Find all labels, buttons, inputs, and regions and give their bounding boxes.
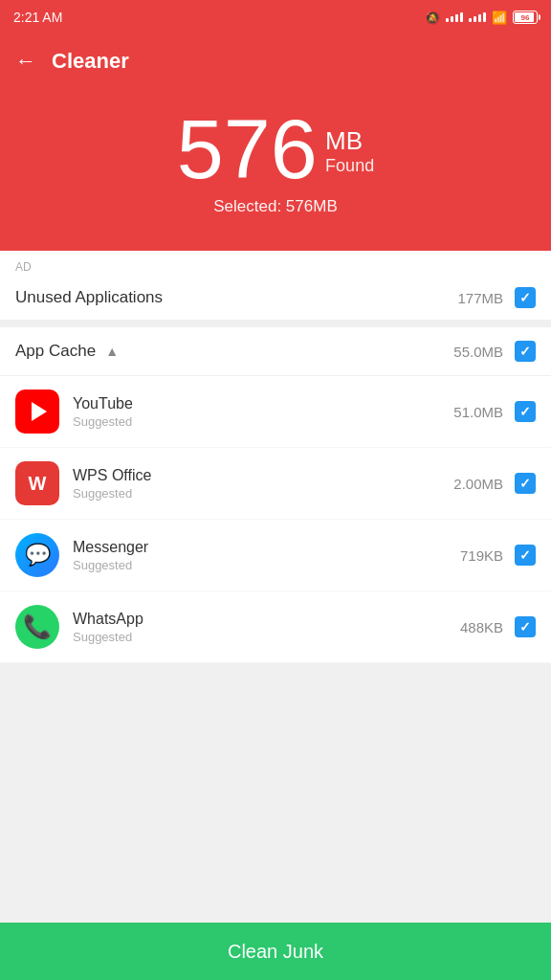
app-info-youtube: YouTube Suggested xyxy=(73,395,453,429)
hero-number: 576 xyxy=(177,107,318,191)
unused-apps-size: 177MB xyxy=(457,290,503,306)
list-item: 📞 WhatsApp Suggested 488KB xyxy=(0,591,551,663)
youtube-play-icon xyxy=(32,402,47,421)
hero-selected: Selected: 576MB xyxy=(0,197,551,216)
whatsapp-size: 488KB xyxy=(460,619,503,635)
status-icons: 🔕 📶 96 xyxy=(425,11,538,25)
app-suggested-messenger: Suggested xyxy=(73,558,460,572)
hero-unit: MB xyxy=(325,126,374,156)
status-time: 2:21 AM xyxy=(13,10,62,25)
app-cache-checkbox[interactable] xyxy=(515,341,536,362)
youtube-icon xyxy=(15,390,59,434)
list-item: YouTube Suggested 51.0MB xyxy=(0,376,551,448)
list-item: W WPS Office Suggested 2.00MB xyxy=(0,448,551,520)
app-cache-left: App Cache ▲ xyxy=(15,342,119,361)
youtube-size: 51.0MB xyxy=(453,404,503,420)
app-name-wps: WPS Office xyxy=(73,467,453,484)
messenger-icon: 💬 xyxy=(15,533,59,577)
hero-unit-block: MB Found xyxy=(325,126,374,176)
clean-junk-button[interactable]: Clean Junk xyxy=(0,923,551,980)
content-area: AD Unused Applications 177MB App Cache ▲… xyxy=(0,251,551,736)
whatsapp-icon: 📞 xyxy=(15,605,59,649)
app-info-whatsapp: WhatsApp Suggested xyxy=(73,611,460,644)
wifi-icon: 📶 xyxy=(492,11,507,25)
wps-size: 2.00MB xyxy=(453,476,503,492)
youtube-right: 51.0MB xyxy=(453,401,536,422)
app-cache-card: App Cache ▲ 55.0MB YouTube Suggested 51.… xyxy=(0,327,551,663)
wps-right: 2.00MB xyxy=(453,473,536,494)
signal-bars-2 xyxy=(469,12,486,22)
wps-checkbox[interactable] xyxy=(515,473,536,494)
app-info-wps: WPS Office Suggested xyxy=(73,467,453,501)
chevron-up-icon[interactable]: ▲ xyxy=(105,344,119,359)
unused-apps-checkbox[interactable] xyxy=(515,287,536,308)
list-item: 💬 Messenger Suggested 719KB xyxy=(0,520,551,591)
hero-section: 576 MB Found Selected: 576MB xyxy=(0,88,551,251)
app-suggested-whatsapp: Suggested xyxy=(73,630,460,644)
app-name-youtube: YouTube xyxy=(73,395,453,412)
back-button[interactable]: ← xyxy=(15,49,36,74)
unused-apps-card: AD Unused Applications 177MB xyxy=(0,251,551,320)
whatsapp-right: 488KB xyxy=(460,616,536,637)
app-name-whatsapp: WhatsApp xyxy=(73,611,460,628)
app-suggested-youtube: Suggested xyxy=(73,414,453,429)
app-cache-right: 55.0MB xyxy=(453,341,536,362)
header-title: Cleaner xyxy=(52,49,129,74)
app-cache-title: App Cache xyxy=(15,342,96,361)
app-name-messenger: Messenger xyxy=(73,539,460,556)
messenger-size: 719KB xyxy=(460,547,503,564)
messenger-checkbox[interactable] xyxy=(515,545,536,566)
app-cache-header: App Cache ▲ 55.0MB xyxy=(0,327,551,376)
app-info-messenger: Messenger Suggested xyxy=(73,539,460,572)
whatsapp-checkbox[interactable] xyxy=(515,616,536,637)
ad-label: AD xyxy=(0,251,551,276)
signal-bars-1 xyxy=(446,12,463,22)
wps-icon: W xyxy=(15,461,59,505)
unused-apps-row: Unused Applications 177MB xyxy=(0,276,551,320)
unused-apps-right: 177MB xyxy=(457,287,536,308)
app-suggested-wps: Suggested xyxy=(73,486,453,501)
status-bar: 2:21 AM 🔕 📶 96 xyxy=(0,0,551,34)
app-cache-size: 55.0MB xyxy=(453,344,503,360)
header: ← Cleaner xyxy=(0,34,551,88)
muted-icon: 🔕 xyxy=(425,11,440,25)
hero-found: Found xyxy=(325,156,374,176)
unused-apps-label: Unused Applications xyxy=(15,288,163,307)
battery-icon: 96 xyxy=(513,11,538,24)
messenger-right: 719KB xyxy=(460,545,536,566)
youtube-checkbox[interactable] xyxy=(515,401,536,422)
